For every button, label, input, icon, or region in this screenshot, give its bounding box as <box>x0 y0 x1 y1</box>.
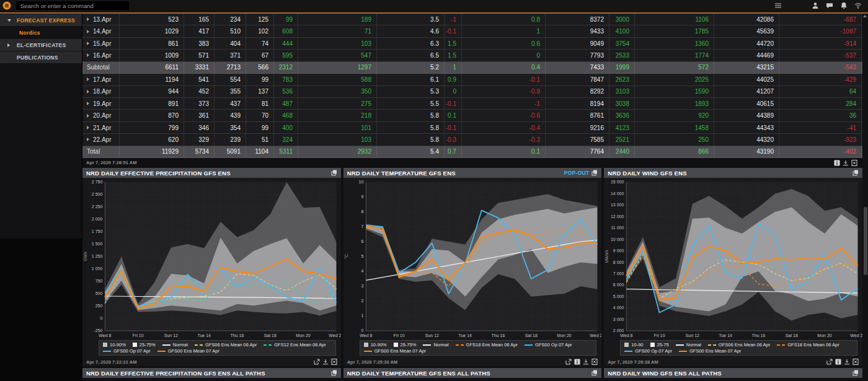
table-cell: 870 <box>120 110 184 121</box>
sidebar-item-publications[interactable]: PUBLICATIONS <box>0 51 82 63</box>
legend-item-normal[interactable]: Normal <box>676 342 701 348</box>
table-cell: 2025 <box>635 74 714 85</box>
svg-text:1: 1 <box>361 313 363 318</box>
legend-item-gfs00-ens-mean-07-apr[interactable]: GFS00 Ens Mean 07 Apr <box>679 348 741 354</box>
chart-timestamp: Apr 7, 2020 7:25:30 AM <box>347 359 397 365</box>
table-row-16-apr[interactable]: 16.Apr1009571371675955476.51.50779325331… <box>82 50 862 61</box>
table-row-18-apr[interactable]: 18.Apr9444523551375363505.30-0.982923103… <box>82 86 862 98</box>
legend-item-10-90[interactable]: 10-90 <box>624 342 643 348</box>
svg-text:2: 2 <box>361 299 363 303</box>
legend-item-25-75[interactable]: 25-75 <box>650 342 669 348</box>
popout-icon[interactable] <box>852 170 859 176</box>
popout-icon[interactable] <box>591 170 598 176</box>
legend-item-gfs00-ens-mean-07-apr[interactable]: GFS00 Ens Mean 07 Apr <box>364 348 426 354</box>
info-icon[interactable] <box>834 160 840 166</box>
download-icon[interactable] <box>583 359 589 365</box>
sidebar-item-forecast-express[interactable]: FORECAST EXPRESS <box>0 14 82 26</box>
legend-item-gfs06-ens-mean-06-apr[interactable]: GFS06 Ens Mean 06 Apr <box>195 342 257 348</box>
svg-text:1 250: 1 250 <box>92 254 103 258</box>
legend-item-10-90[interactable]: 10-90% <box>364 342 387 348</box>
info-icon[interactable] <box>835 359 841 365</box>
popout-icon[interactable] <box>852 370 859 376</box>
legend-item-25-75[interactable]: 25-75% <box>133 342 156 348</box>
scroll-up-icon[interactable] <box>863 15 867 17</box>
expand-row-icon[interactable] <box>87 42 89 45</box>
table-row-17-apr[interactable]: 17.Apr1194541554997835886.10.9-0.1784726… <box>82 74 862 85</box>
table-cell: 2521 <box>609 134 635 145</box>
expand-row-icon[interactable] <box>87 126 89 129</box>
table-cell: 1.5 <box>445 38 462 49</box>
external-link-icon[interactable] <box>826 359 833 365</box>
table-row-20-apr[interactable]: 20.Apr870361439704682185.80.1-0.68761363… <box>82 110 862 121</box>
external-link-icon[interactable] <box>314 359 320 365</box>
expand-row-icon[interactable] <box>87 53 89 57</box>
expand-row-icon[interactable] <box>87 102 89 105</box>
legend-item-normal[interactable]: Normal <box>162 342 188 348</box>
info-icon[interactable] <box>574 359 580 365</box>
table-row-subtotal[interactable]: Subtotal661133312713566231212975.210.474… <box>82 62 862 74</box>
bell-icon[interactable] <box>840 2 848 9</box>
popout-icon[interactable] <box>331 170 337 176</box>
table-cell: 1458 <box>635 122 714 133</box>
table-row-total[interactable]: Total11929573450911104531129325.40.70.17… <box>82 146 862 158</box>
expand-row-icon[interactable] <box>87 90 89 94</box>
expand-row-icon[interactable] <box>87 17 89 21</box>
expand-row-icon[interactable] <box>87 77 89 81</box>
table-row-13-apr[interactable]: 13.Apr523165234125991893.5-10.8837230001… <box>82 14 862 25</box>
svg-text:1 750: 1 750 <box>92 229 103 234</box>
chat-icon[interactable] <box>826 2 833 9</box>
table-row-15-apr[interactable]: 15.Apr861383404744441036.31.50.690493754… <box>82 38 862 50</box>
menu-icon[interactable] <box>774 2 782 9</box>
sidebar-item-el-certificates[interactable]: EL-CERTIFICATES <box>0 39 82 51</box>
scrollbar-thumb[interactable] <box>864 207 867 275</box>
excel-icon[interactable] <box>851 160 857 166</box>
excel-icon[interactable] <box>591 359 598 365</box>
table-row-21-apr[interactable]: 21.Apr799346354994001015.8-0.1-0.4921641… <box>82 122 862 134</box>
download-icon[interactable] <box>844 359 850 365</box>
download-icon[interactable] <box>843 160 849 166</box>
wifi-icon[interactable] <box>854 2 862 9</box>
vertical-scrollbar[interactable] <box>862 14 868 381</box>
external-link-icon[interactable] <box>565 359 572 365</box>
table-row-22-apr[interactable]: 22.Apr620329239513241035.8-0.3-0.3758525… <box>82 134 862 146</box>
excel-icon[interactable] <box>331 359 337 365</box>
user-icon[interactable] <box>812 2 819 9</box>
search-input[interactable] <box>16 1 129 10</box>
legend-item-gfs18-ens-mean-06-apr[interactable]: GFS18 Ens Mean 06 Apr <box>456 342 518 348</box>
popout-action[interactable]: POP-OUT <box>564 170 590 176</box>
legend-item-gfs00-op-07-apr[interactable]: GFS00 Op 07 Apr <box>624 348 672 354</box>
legend-item-10-90[interactable]: 10-90% <box>103 342 126 348</box>
panel-footer-icons <box>826 359 859 365</box>
popout-icon[interactable] <box>591 370 598 376</box>
legend-item-gfs18-ens-mean-06-apr[interactable]: GFS18 Ens Mean 06 Apr <box>777 342 839 348</box>
svg-text:9: 9 <box>361 195 363 199</box>
legend-item-gfs00-ens-mean-07-apr[interactable]: GFS00 Ens Mean 07 Apr <box>157 348 219 354</box>
table-cell: 189 <box>298 14 377 25</box>
download-icon[interactable] <box>322 359 329 365</box>
legend-item-gfs00-op-07-apr[interactable]: GFS00 Op 07 Apr <box>103 348 151 354</box>
legend-item-gfs00-op-07-apr[interactable]: GFS00 Op 07 Apr <box>525 342 572 348</box>
legend-item-normal[interactable]: Normal <box>423 342 448 348</box>
row-label: 21.Apr <box>82 122 120 133</box>
table-cell: 275 <box>298 98 377 109</box>
table-row-19-apr[interactable]: 19.Apr891373437814872755.5-0.1-181943038… <box>82 98 862 110</box>
expand-row-icon[interactable] <box>87 138 89 141</box>
table-cell: 5734 <box>184 146 215 157</box>
table-cell: -402 <box>779 146 862 157</box>
table-cell: 595 <box>274 50 298 61</box>
table-cell: 44320 <box>714 134 779 145</box>
legend-label: GFS00 Op 07 Apr <box>635 348 672 354</box>
legend-item-gfs12-ens-mean-06-apr[interactable]: GFS12 Ens Mean 06 Apr <box>264 342 326 348</box>
legend-item-gfs06-ens-mean-06-apr[interactable]: GFS06 Ens Mean 06 Apr <box>708 342 770 348</box>
sidebar-item-nordics[interactable]: Nordics <box>0 27 82 38</box>
expand-row-icon[interactable] <box>87 114 89 118</box>
legend-item-25-75[interactable]: 25-75% <box>394 342 417 348</box>
app-logo-icon[interactable] <box>2 1 11 10</box>
table-cell: 1785 <box>635 25 714 37</box>
popout-icon[interactable] <box>331 370 337 376</box>
legend-swatch <box>364 343 368 347</box>
expand-row-icon[interactable] <box>87 30 89 33</box>
excel-icon[interactable] <box>852 359 859 365</box>
legend-swatch <box>777 344 785 346</box>
table-row-14-apr[interactable]: 14.Apr1029417510102608714.6-0.1194334100… <box>82 25 862 37</box>
